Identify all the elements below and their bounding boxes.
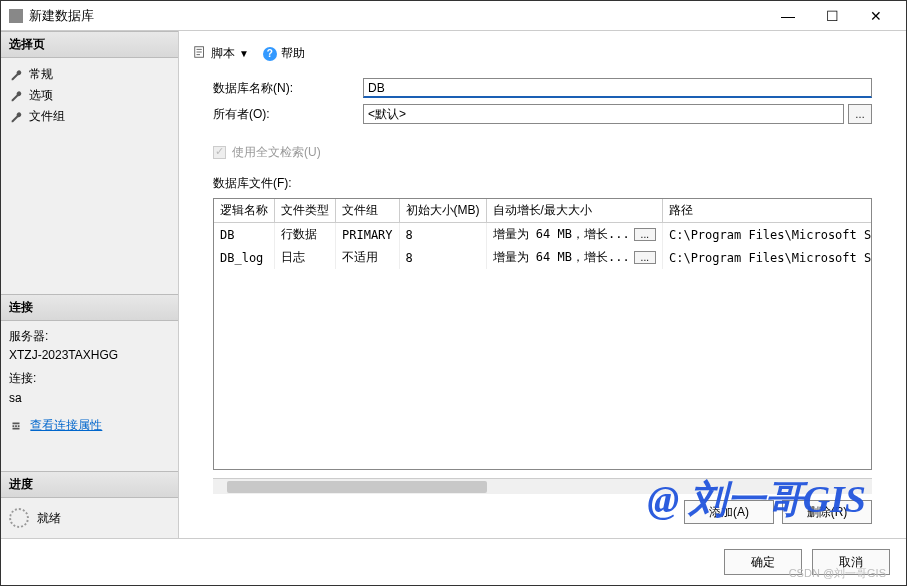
server-value: XTZJ-2023TAXHGG <box>9 346 170 365</box>
footer: 确定 取消 <box>1 538 906 585</box>
cell-path: C:\Program Files\Microsoft SQL Ser <box>662 223 872 247</box>
growth-edit-button[interactable]: ... <box>634 251 656 264</box>
spinner-icon <box>9 508 29 528</box>
cell-group: PRIMARY <box>336 223 400 247</box>
window-title: 新建数据库 <box>29 7 766 25</box>
col-file-type[interactable]: 文件类型 <box>275 199 336 223</box>
dialog-window: 新建数据库 — ☐ ✕ 选择页 常规 选项 文件组 <box>0 0 907 586</box>
col-autogrowth[interactable]: 自动增长/最大大小 <box>486 199 662 223</box>
cell-path: C:\Program Files\Microsoft SQL Ser <box>662 246 872 269</box>
cell-name: DB_log <box>214 246 275 269</box>
app-icon <box>9 9 23 23</box>
fulltext-checkbox <box>213 146 226 159</box>
col-logical-name[interactable]: 逻辑名称 <box>214 199 275 223</box>
action-row: 添加(A) 删除(R) <box>189 494 896 530</box>
conn-label: 连接: <box>9 369 170 388</box>
help-button[interactable]: ? 帮助 <box>259 43 309 64</box>
col-initial-size[interactable]: 初始大小(MB) <box>399 199 486 223</box>
db-name-input[interactable] <box>363 78 872 98</box>
sidebar: 选择页 常规 选项 文件组 连接 服务器: XTZJ-2023TA <box>1 31 179 538</box>
wrench-icon <box>9 110 23 124</box>
sidebar-item-options[interactable]: 选项 <box>9 85 170 106</box>
cell-type: 行数据 <box>275 223 336 247</box>
ok-button[interactable]: 确定 <box>724 549 802 575</box>
main-area: 选择页 常规 选项 文件组 连接 服务器: XTZJ-2023TA <box>1 31 906 538</box>
view-connection-props-link[interactable]: 查看连接属性 <box>30 418 102 432</box>
minimize-button[interactable]: — <box>766 2 810 30</box>
cell-type: 日志 <box>275 246 336 269</box>
delete-button[interactable]: 删除(R) <box>782 500 872 524</box>
table-row[interactable]: DB 行数据 PRIMARY 8 增量为 64 MB，增长...... C:\P… <box>214 223 872 247</box>
progress-header: 进度 <box>1 471 178 498</box>
progress-body: 就绪 <box>1 498 178 538</box>
script-button[interactable]: 脚本 ▼ <box>189 43 253 64</box>
files-table-wrap: 逻辑名称 文件类型 文件组 初始大小(MB) 自动增长/最大大小 路径 DB 行… <box>213 198 872 470</box>
maximize-button[interactable]: ☐ <box>810 2 854 30</box>
cell-group: 不适用 <box>336 246 400 269</box>
scroll-thumb[interactable] <box>227 481 487 493</box>
cell-name: DB <box>214 223 275 247</box>
owner-label: 所有者(O): <box>213 106 363 123</box>
connection-body: 服务器: XTZJ-2023TAXHGG 连接: sa 查看连接属性 <box>1 321 178 441</box>
wrench-icon <box>9 89 23 103</box>
table-row[interactable]: DB_log 日志 不适用 8 增量为 64 MB，增长...... C:\Pr… <box>214 246 872 269</box>
select-page-header: 选择页 <box>1 31 178 58</box>
help-label: 帮助 <box>281 45 305 62</box>
fulltext-row: 使用全文检索(U) <box>189 140 896 171</box>
select-page-body: 常规 选项 文件组 <box>1 58 178 133</box>
col-file-group[interactable]: 文件组 <box>336 199 400 223</box>
progress-status: 就绪 <box>37 510 61 527</box>
col-path[interactable]: 路径 <box>662 199 872 223</box>
wrench-icon <box>9 68 23 82</box>
connection-header: 连接 <box>1 294 178 321</box>
cell-size: 8 <box>399 223 486 247</box>
chevron-down-icon: ▼ <box>239 48 249 59</box>
growth-edit-button[interactable]: ... <box>634 228 656 241</box>
conn-value: sa <box>9 389 170 408</box>
cell-growth: 增量为 64 MB，增长...... <box>486 246 662 269</box>
files-table: 逻辑名称 文件类型 文件组 初始大小(MB) 自动增长/最大大小 路径 DB 行… <box>214 199 872 269</box>
sidebar-item-label: 选项 <box>29 87 53 104</box>
server-label: 服务器: <box>9 327 170 346</box>
sidebar-item-label: 常规 <box>29 66 53 83</box>
content-toolbar: 脚本 ▼ ? 帮助 <box>189 39 896 74</box>
connection-props-icon <box>9 419 23 433</box>
window-controls: — ☐ ✕ <box>766 2 898 30</box>
help-icon: ? <box>263 47 277 61</box>
sidebar-item-label: 文件组 <box>29 108 65 125</box>
add-button[interactable]: 添加(A) <box>684 500 774 524</box>
sidebar-item-general[interactable]: 常规 <box>9 64 170 85</box>
horizontal-scrollbar[interactable] <box>213 478 872 494</box>
fulltext-label: 使用全文检索(U) <box>232 144 321 161</box>
cancel-button[interactable]: 取消 <box>812 549 890 575</box>
cell-growth: 增量为 64 MB，增长...... <box>486 223 662 247</box>
files-label: 数据库文件(F): <box>189 171 896 196</box>
close-button[interactable]: ✕ <box>854 2 898 30</box>
db-name-label: 数据库名称(N): <box>213 80 363 97</box>
script-icon <box>193 45 207 62</box>
script-label: 脚本 <box>211 45 235 62</box>
form-area: 数据库名称(N): 所有者(O): … <box>189 74 896 140</box>
sidebar-item-filegroups[interactable]: 文件组 <box>9 106 170 127</box>
cell-size: 8 <box>399 246 486 269</box>
titlebar: 新建数据库 — ☐ ✕ <box>1 1 906 31</box>
owner-input[interactable] <box>363 104 844 124</box>
content-pane: 脚本 ▼ ? 帮助 数据库名称(N): 所有者(O): … <box>179 31 906 538</box>
owner-browse-button[interactable]: … <box>848 104 872 124</box>
